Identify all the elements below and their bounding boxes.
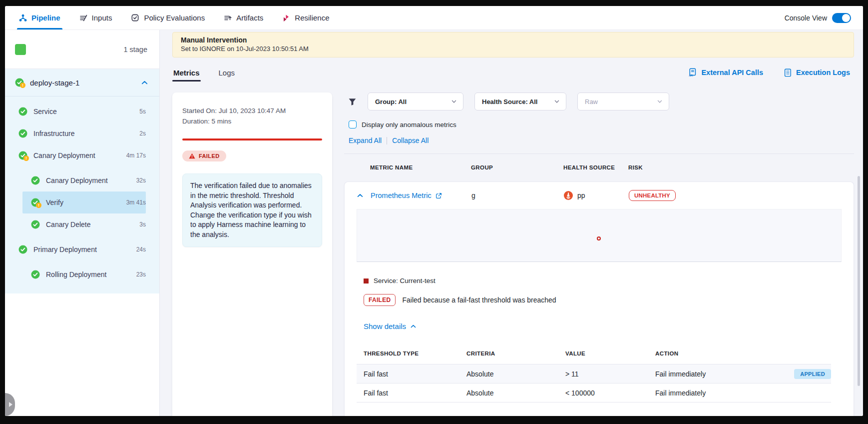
sidebar-step-verify[interactable]: ! Verify 3m 41s — [22, 192, 146, 214]
threshold-table-header: THRESHOLD TYPE CRITERIA VALUE ACTION — [357, 342, 831, 364]
chevron-up-icon — [410, 323, 417, 330]
chart-legend: Service: Current-test — [364, 277, 842, 284]
divider — [5, 96, 159, 96]
raw-view-select[interactable]: Raw — [577, 92, 669, 110]
tab-logs[interactable]: Logs — [218, 64, 236, 82]
document-icon — [784, 68, 792, 77]
sidebar-step-canary-deployment[interactable]: ! Canary Deployment 4m 17s — [5, 144, 146, 166]
health-source-filter-select[interactable]: Health Source: All — [474, 92, 566, 110]
console-view-toggle[interactable] — [832, 13, 851, 23]
expand-all-link[interactable]: Expand All — [349, 136, 382, 144]
group-filter-select[interactable]: Group: All — [368, 92, 463, 110]
screenshot-frame: Pipeline Inputs Policy Evaluations — [0, 0, 868, 424]
tab-label: Pipeline — [31, 14, 60, 22]
prometheus-icon — [564, 191, 573, 200]
metric-group-value: g — [471, 192, 564, 200]
tab-artifacts[interactable]: Artifacts — [224, 6, 263, 30]
failed-outline-badge: FAILED — [364, 294, 396, 306]
svg-text:API: API — [689, 74, 694, 77]
expand-collapse-row: Expand All Collapse All — [344, 136, 854, 144]
external-api-calls-link[interactable]: API External API Calls — [688, 68, 763, 77]
risk-unhealthy-badge: UNHEALTHY — [629, 190, 676, 201]
sidebar-stage-deploy-stage-1[interactable]: ! deploy-stage-1 — [5, 69, 159, 96]
warning-check-icon: ! — [18, 151, 27, 160]
verification-failure-message: The verification failed due to anomalies… — [182, 174, 322, 247]
col-metric-name: METRIC NAME — [370, 164, 471, 170]
warning-triangle-icon — [189, 153, 195, 159]
arrow-right-icon — [9, 402, 12, 407]
sidebar-step-canary-delete[interactable]: Canary Delete 3s — [5, 214, 146, 236]
tab-policy-evaluations[interactable]: Policy Evaluations — [131, 6, 205, 30]
sidebar-step-service[interactable]: Service 5s — [5, 100, 146, 122]
col-value: VALUE — [565, 350, 655, 356]
header-links: API External API Calls Execution Logs — [688, 68, 854, 77]
filter-funnel-icon[interactable] — [348, 98, 357, 106]
stage-status-warning-icon: ! — [15, 78, 24, 87]
table-row: Fail fast Absolute < 100000 Fail immedia… — [357, 384, 831, 402]
threshold-details-table: THRESHOLD TYPE CRITERIA VALUE ACTION Fai… — [357, 342, 831, 402]
metric-name-link[interactable]: Prometheus Metric — [371, 192, 432, 200]
success-check-icon — [31, 270, 40, 279]
metric-detail-card: Prometheus Metric g — [344, 182, 854, 416]
chevron-down-icon — [554, 98, 560, 104]
tab-label: Inputs — [92, 14, 112, 22]
tab-inputs[interactable]: Inputs — [79, 6, 112, 30]
filter-row: Group: All Health Source: All Raw — [344, 92, 854, 110]
metric-row: Prometheus Metric g — [345, 182, 854, 209]
nav-tabs: Pipeline Inputs Policy Evaluations — [19, 6, 330, 30]
policy-check-icon — [131, 14, 139, 22]
metrics-panel: Group: All Health Source: All Raw — [344, 92, 854, 416]
show-details-link[interactable]: Show details — [364, 322, 842, 330]
failed-progress-bar — [182, 138, 322, 140]
sidebar-step-infrastructure[interactable]: Infrastructure 2s — [5, 122, 146, 144]
display-anomalous-metrics-row[interactable]: Display only anomalous metrics — [344, 120, 854, 128]
sidebar-step-canary-deployment-sub[interactable]: Canary Deployment 32s — [5, 170, 146, 192]
sidebar-header: 1 stage — [5, 30, 159, 69]
collapse-chevron-up-icon[interactable] — [357, 192, 364, 199]
col-health-source: HEALTH SOURCE — [563, 164, 628, 170]
top-navigation: Pipeline Inputs Policy Evaluations — [5, 6, 863, 30]
stage-name: deploy-stage-1 — [30, 78, 79, 87]
success-check-icon — [18, 107, 27, 116]
legend-label: Service: Current-test — [374, 277, 435, 284]
main-content: Manual Intervention Set to IGNORE on 10-… — [160, 30, 863, 416]
stage-status-square — [15, 44, 26, 55]
table-row: Fail fast Absolute > 11 Fail immediately… — [357, 364, 831, 384]
metric-timeseries-chart[interactable] — [357, 209, 842, 262]
tab-label: Artifacts — [236, 14, 263, 22]
pipeline-icon — [19, 14, 27, 22]
col-risk: RISK — [628, 164, 842, 170]
anomalous-data-point[interactable] — [597, 236, 601, 240]
sidebar-step-primary-deployment[interactable]: Primary Deployment 24s — [5, 238, 146, 260]
external-link-icon[interactable] — [435, 192, 442, 199]
collapse-all-link[interactable]: Collapse All — [392, 136, 429, 144]
console-view-label: Console View — [785, 14, 827, 22]
tab-label: Policy Evaluations — [144, 14, 205, 22]
vertical-scrollbar[interactable] — [858, 176, 860, 386]
toggle-knob — [842, 14, 850, 22]
col-threshold-type: THRESHOLD TYPE — [364, 350, 466, 356]
api-document-icon: API — [688, 68, 697, 77]
divider — [387, 137, 387, 144]
tab-metrics[interactable]: Metrics — [172, 64, 201, 82]
failed-status-badge: FAILED — [182, 150, 226, 162]
success-check-icon — [31, 220, 40, 229]
banner-title: Manual Intervention — [181, 36, 846, 44]
chevron-up-icon[interactable] — [141, 79, 148, 86]
legend-swatch-red — [364, 278, 369, 284]
execution-logs-link[interactable]: Execution Logs — [784, 68, 850, 77]
anomalous-metrics-label: Display only anomalous metrics — [362, 121, 456, 128]
execution-sidebar: 1 stage ! deploy-stage-1 Servic — [5, 30, 160, 416]
tab-label: Resilience — [295, 14, 329, 22]
sidebar-collapse-handle[interactable] — [5, 393, 15, 416]
artifacts-icon — [224, 14, 232, 22]
success-check-icon — [31, 176, 40, 185]
sidebar-step-rolling-deployment[interactable]: Rolling Deployment 23s — [5, 264, 146, 286]
resilience-icon — [282, 14, 290, 22]
anomalous-metrics-checkbox[interactable] — [349, 120, 357, 128]
tab-resilience[interactable]: Resilience — [282, 6, 329, 30]
duration-label: Duration: 5 mins — [182, 116, 322, 126]
chevron-down-icon — [451, 98, 457, 104]
banner-subtitle: Set to IGNORE on 10-Jul-2023 10:50:51 AM — [181, 45, 846, 52]
tab-pipeline[interactable]: Pipeline — [19, 6, 60, 30]
